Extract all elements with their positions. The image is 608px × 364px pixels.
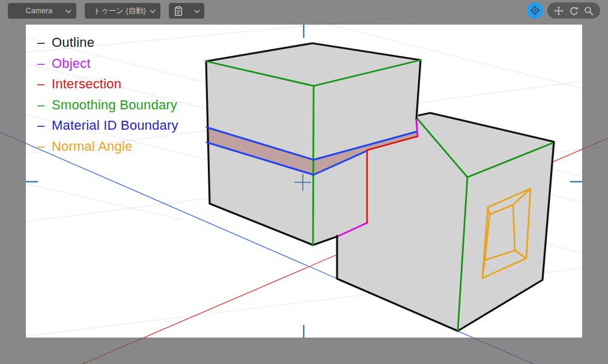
- legend-dash: –: [37, 32, 52, 53]
- orbit-refresh-icon[interactable]: [569, 6, 579, 16]
- toolbar-left-group: Camera トゥーン (自動): [0, 3, 204, 19]
- legend-dash: –: [37, 95, 52, 116]
- legend-label: Material ID Boundary: [52, 118, 178, 133]
- camera-view-dropdown[interactable]: Camera: [8, 3, 76, 19]
- legend-item-smoothing-boundary: –Smoothing Boundary: [37, 95, 178, 116]
- legend-label: Intersection: [52, 76, 121, 91]
- zoom-magnifier-icon[interactable]: [584, 6, 594, 16]
- toon-mode-label: トゥーン (自動): [86, 6, 159, 16]
- legend-dash: –: [37, 115, 52, 136]
- focus-target-icon: [530, 5, 540, 16]
- viewport-nav-pill: [547, 2, 600, 19]
- legend-item-intersection: –Intersection: [37, 74, 178, 95]
- camera-view-label: Camera: [19, 7, 65, 15]
- legend-item-material-id-boundary: –Material ID Boundary: [37, 115, 178, 136]
- clipboard-dropdown[interactable]: [169, 3, 204, 19]
- legend-item-outline: –Outline: [37, 32, 178, 53]
- chevron-down-icon: [194, 10, 200, 13]
- legend-label: Outline: [52, 35, 94, 50]
- chevron-down-icon: [65, 10, 71, 13]
- pencil-line-preview-window: –Outline –Object –Intersection –Smoothin…: [0, 0, 608, 364]
- toon-mode-dropdown[interactable]: トゥーン (自動): [85, 3, 160, 19]
- line-type-legend: –Outline –Object –Intersection –Smoothin…: [37, 32, 178, 157]
- legend-dash: –: [37, 136, 52, 157]
- legend-dash: –: [37, 53, 52, 74]
- focus-target-button[interactable]: [527, 2, 543, 19]
- clipboard-icon: [174, 6, 183, 16]
- legend-label: Normal Angle: [52, 139, 132, 154]
- legend-dash: –: [37, 74, 52, 95]
- view-control-group: [527, 2, 600, 19]
- chevron-down-icon: [150, 10, 156, 13]
- pan-move-icon[interactable]: [554, 6, 564, 16]
- legend-item-object: –Object: [37, 53, 178, 74]
- legend-item-normal-angle: –Normal Angle: [37, 136, 178, 157]
- legend-label: Object: [52, 56, 91, 71]
- legend-label: Smoothing Boundary: [52, 97, 177, 112]
- viewport-toolbar: Camera トゥーン (自動): [0, 0, 608, 22]
